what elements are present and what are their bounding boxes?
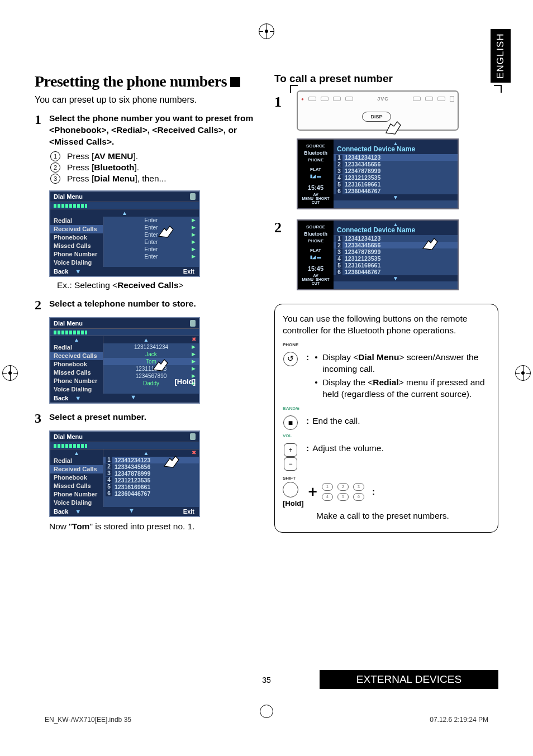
vol-label: VOL [283, 433, 305, 439]
info-text: Make a call to the preset numbers. [283, 510, 490, 522]
vol-down-icon: − [284, 457, 297, 471]
preset-row[interactable]: 212334345656 [334, 161, 458, 168]
info-bullet: Display the <Redial> menu if pressed and… [315, 377, 490, 400]
bluetooth-icon [190, 320, 196, 327]
phone-remote-button-icon: ↺ [283, 352, 298, 366]
enter-button[interactable]: Enter [103, 253, 199, 260]
preset-row[interactable]: 612360446767 [334, 188, 458, 194]
preset-list-screen-2: SOURCE Bluetooth PHONE FLAT ▮◢ ▬ 15:45 A… [297, 219, 459, 290]
preset-row[interactable]: 112341234123 [103, 457, 199, 463]
step-number: 3 [35, 412, 49, 425]
hold-label: [Hold] [174, 377, 196, 386]
menu-redial[interactable]: Redial [50, 217, 103, 225]
preset-row[interactable]: 612360446767 [334, 269, 458, 275]
section-footer: EXTERNAL DEVICES [320, 670, 498, 689]
number-pad-icon: 123 456 [322, 483, 364, 501]
step-number: 1 [274, 94, 282, 111]
step-number: 2 [274, 219, 282, 236]
hand-pointer-icon [418, 231, 441, 253]
remote-info-box: You can use the following buttons on the… [274, 304, 498, 533]
left-column: Presetting the phone numbers You can pre… [35, 73, 259, 533]
preset-row[interactable]: 512316169661 [334, 181, 458, 188]
back-button[interactable]: Back [50, 267, 72, 276]
preset-row[interactable]: 112341234123 [334, 154, 458, 161]
preset-row[interactable]: 312347878999 [103, 470, 199, 477]
stored-caption: Now "Tom" is stored into preset no. 1. [49, 521, 259, 532]
hand-pointer-icon [160, 448, 182, 471]
hand-pointer-icon [154, 218, 177, 241]
hold-label: [Hold] [283, 499, 304, 509]
substep-3: 3Press [Dial Menu], then... [50, 174, 259, 184]
menu-missed-calls[interactable]: Missed Calls [50, 242, 103, 250]
info-bullet: Display <Dial Menu> screen/Answer the in… [315, 352, 490, 375]
enter-button[interactable]: Enter [103, 231, 199, 238]
band-label: BAND/■ [283, 406, 490, 412]
enter-button[interactable]: Enter [103, 246, 199, 253]
bluetooth-icon [190, 193, 196, 200]
info-text: Adjust the volume. [312, 443, 490, 454]
step-3: 3 Select a preset number. [35, 412, 259, 425]
preset-row[interactable]: 512316169661 [103, 484, 199, 490]
hand-pointer-icon [382, 115, 404, 137]
plus-icon: + [308, 481, 317, 503]
menu-phone-number[interactable]: Phone Number [50, 250, 103, 259]
right-title: To call a preset number [274, 73, 498, 85]
step-1: 1 Select the phone number you want to pr… [35, 113, 259, 185]
registration-mark-left [2, 365, 18, 381]
info-text: End the call. [312, 415, 490, 427]
preset-row[interactable]: 412312123535 [334, 255, 458, 262]
dial-menu-screen-1: Dial Menu ▲ Redial Received Calls Phoneb… [49, 190, 200, 277]
hand-pointer-icon [149, 352, 171, 374]
right-column: To call a preset number 1 ● JVC DISP [274, 73, 498, 533]
preset-row[interactable]: 412312123535 [103, 477, 199, 484]
enter-button[interactable]: Enter [103, 238, 199, 246]
title-marker-icon [230, 77, 240, 87]
menu-received-calls[interactable]: Received Calls [50, 225, 103, 233]
dial-menu-screen-2: Dial Menu ▲ Redial Received Calls Phoneb… [49, 317, 200, 404]
preset-row[interactable]: 412312123535 [334, 174, 458, 181]
substep-1: 1Press [AV MENU]. [50, 151, 259, 161]
menu-voice-dialing[interactable]: Voice Dialing [50, 259, 103, 267]
example-caption: Ex.: Selecting <Received Calls> [57, 280, 259, 290]
shift-button-icon [283, 482, 298, 497]
exit-button[interactable]: Exit [179, 267, 199, 276]
print-metadata: EN_KW-AVX710[EE].indb 35 07.12.6 2:19:24… [45, 716, 488, 724]
menu-phonebook[interactable]: Phonebook [50, 233, 103, 242]
preset-row[interactable]: 512316169661 [334, 262, 458, 269]
preset-row[interactable]: 212334345656 [103, 463, 199, 470]
step-number: 2 [35, 298, 49, 312]
step-3-title: Select a preset number. [49, 412, 259, 423]
vol-up-icon: + [284, 443, 297, 457]
phone-label: PHONE [283, 342, 490, 348]
head-unit-illustration: ● JVC DISP [297, 90, 498, 131]
band-remote-button-icon: ■ [283, 415, 298, 430]
connected-device-title: Connected Device Name [334, 140, 458, 154]
step-2-title: Select a telephone number to store. [49, 298, 259, 310]
shift-label: SHIFT [283, 476, 304, 482]
preset-row[interactable]: 612360446767 [103, 490, 199, 497]
step-2: 2 Select a telephone number to store. [35, 298, 259, 312]
dial-menu-screen-3: Dial Menu ▲ Redial Received Calls Phoneb… [49, 430, 200, 517]
preset-list-screen-1: SOURCE Bluetooth PHONE FLAT ▮◢ ▬ 15:45 A… [297, 138, 459, 209]
preset-row[interactable]: 312347878999 [334, 168, 458, 174]
bluetooth-icon [190, 433, 196, 440]
enter-button[interactable]: Enter [103, 217, 199, 224]
page-number: 35 [262, 676, 271, 685]
substep-2: 2Press [Bluetooth]. [50, 162, 259, 173]
step-1-title: Select the phone number you want to pres… [49, 113, 259, 148]
enter-button[interactable]: Enter [103, 224, 199, 231]
step-number: 1 [35, 113, 49, 185]
intro-text: You can preset up to six phone numbers. [35, 95, 259, 105]
page-title: Presetting the phone numbers [35, 73, 240, 90]
info-intro: You can use the following buttons on the… [283, 313, 490, 337]
registration-mark-right [515, 365, 531, 381]
